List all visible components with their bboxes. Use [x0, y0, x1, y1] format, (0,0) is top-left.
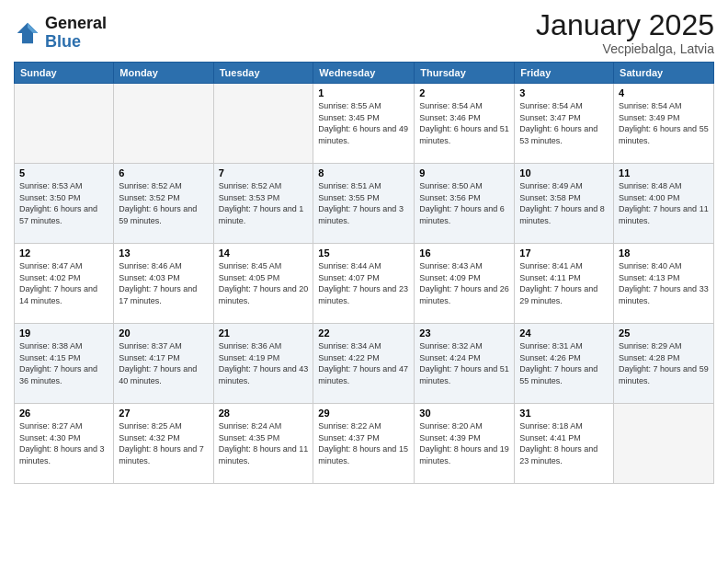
day-number: 13	[119, 247, 208, 259]
day-number: 26	[19, 408, 108, 419]
day-info: Sunrise: 8:52 AM Sunset: 3:53 PM Dayligh…	[219, 180, 309, 226]
calendar: Sunday Monday Tuesday Wednesday Thursday…	[14, 62, 714, 484]
day-number: 31	[519, 408, 609, 419]
day-info: Sunrise: 8:48 AM Sunset: 4:00 PM Dayligh…	[619, 180, 709, 226]
col-wednesday: Wednesday	[313, 63, 415, 84]
calendar-cell: 18Sunrise: 8:40 AM Sunset: 4:13 PM Dayli…	[614, 244, 714, 324]
calendar-cell: 9Sunrise: 8:50 AM Sunset: 3:56 PM Daylig…	[415, 164, 515, 244]
day-number: 7	[219, 167, 309, 178]
calendar-cell: 30Sunrise: 8:20 AM Sunset: 4:39 PM Dayli…	[415, 404, 515, 484]
day-info: Sunrise: 8:44 AM Sunset: 4:07 PM Dayligh…	[318, 260, 409, 306]
day-info: Sunrise: 8:34 AM Sunset: 4:22 PM Dayligh…	[318, 340, 409, 386]
col-friday: Friday	[515, 63, 614, 84]
header-row: Sunday Monday Tuesday Wednesday Thursday…	[15, 63, 714, 84]
day-number: 24	[519, 327, 609, 339]
day-number: 16	[419, 247, 509, 259]
calendar-body: 1Sunrise: 8:55 AM Sunset: 3:45 PM Daylig…	[15, 84, 714, 484]
day-info: Sunrise: 8:38 AM Sunset: 4:15 PM Dayligh…	[19, 340, 108, 386]
day-number: 28	[219, 408, 309, 419]
day-number: 10	[519, 167, 609, 178]
day-number: 30	[419, 408, 509, 419]
day-number: 19	[19, 327, 108, 339]
day-number: 12	[19, 247, 108, 259]
day-info: Sunrise: 8:53 AM Sunset: 3:50 PM Dayligh…	[19, 180, 108, 226]
calendar-cell: 24Sunrise: 8:31 AM Sunset: 4:26 PM Dayli…	[515, 324, 614, 404]
day-info: Sunrise: 8:25 AM Sunset: 4:32 PM Dayligh…	[119, 420, 208, 466]
col-sunday: Sunday	[15, 63, 114, 84]
calendar-cell	[614, 404, 714, 484]
day-number: 23	[419, 327, 509, 339]
calendar-cell: 6Sunrise: 8:52 AM Sunset: 3:52 PM Daylig…	[114, 164, 213, 244]
calendar-cell: 27Sunrise: 8:25 AM Sunset: 4:32 PM Dayli…	[114, 404, 213, 484]
calendar-week-4: 19Sunrise: 8:38 AM Sunset: 4:15 PM Dayli…	[15, 324, 714, 404]
day-number: 3	[519, 87, 609, 98]
day-info: Sunrise: 8:51 AM Sunset: 3:55 PM Dayligh…	[318, 180, 409, 226]
calendar-cell: 8Sunrise: 8:51 AM Sunset: 3:55 PM Daylig…	[313, 164, 415, 244]
day-info: Sunrise: 8:29 AM Sunset: 4:28 PM Dayligh…	[619, 340, 709, 386]
day-number: 9	[419, 167, 509, 178]
col-thursday: Thursday	[415, 63, 515, 84]
month-title: January 2025	[536, 9, 714, 41]
day-info: Sunrise: 8:18 AM Sunset: 4:41 PM Dayligh…	[519, 420, 609, 466]
calendar-cell: 22Sunrise: 8:34 AM Sunset: 4:22 PM Dayli…	[313, 324, 415, 404]
day-info: Sunrise: 8:55 AM Sunset: 3:45 PM Dayligh…	[318, 100, 409, 146]
calendar-week-2: 5Sunrise: 8:53 AM Sunset: 3:50 PM Daylig…	[15, 164, 714, 244]
day-info: Sunrise: 8:24 AM Sunset: 4:35 PM Dayligh…	[219, 420, 309, 466]
day-number: 21	[219, 327, 309, 339]
day-number: 17	[519, 247, 609, 259]
calendar-week-1: 1Sunrise: 8:55 AM Sunset: 3:45 PM Daylig…	[15, 84, 714, 164]
calendar-cell	[213, 84, 313, 164]
calendar-cell: 3Sunrise: 8:54 AM Sunset: 3:47 PM Daylig…	[515, 84, 614, 164]
day-number: 5	[19, 167, 108, 178]
day-number: 22	[318, 327, 409, 339]
calendar-cell	[114, 84, 213, 164]
day-number: 15	[318, 247, 409, 259]
day-info: Sunrise: 8:54 AM Sunset: 3:47 PM Dayligh…	[519, 100, 609, 146]
day-number: 29	[318, 408, 409, 419]
calendar-cell: 19Sunrise: 8:38 AM Sunset: 4:15 PM Dayli…	[15, 324, 114, 404]
logo-general: General	[45, 15, 107, 33]
day-info: Sunrise: 8:31 AM Sunset: 4:26 PM Dayligh…	[519, 340, 609, 386]
day-info: Sunrise: 8:20 AM Sunset: 4:39 PM Dayligh…	[419, 420, 509, 466]
col-tuesday: Tuesday	[213, 63, 313, 84]
calendar-cell: 12Sunrise: 8:47 AM Sunset: 4:02 PM Dayli…	[15, 244, 114, 324]
calendar-cell: 5Sunrise: 8:53 AM Sunset: 3:50 PM Daylig…	[15, 164, 114, 244]
day-info: Sunrise: 8:50 AM Sunset: 3:56 PM Dayligh…	[419, 180, 509, 226]
header: General Blue January 2025 Vecpiebalga, L…	[14, 9, 714, 56]
calendar-cell: 10Sunrise: 8:49 AM Sunset: 3:58 PM Dayli…	[515, 164, 614, 244]
day-info: Sunrise: 8:41 AM Sunset: 4:11 PM Dayligh…	[519, 260, 609, 306]
calendar-cell: 1Sunrise: 8:55 AM Sunset: 3:45 PM Daylig…	[313, 84, 415, 164]
logo-blue: Blue	[45, 33, 107, 52]
day-number: 1	[318, 87, 409, 98]
day-info: Sunrise: 8:54 AM Sunset: 3:46 PM Dayligh…	[419, 100, 509, 146]
calendar-cell: 28Sunrise: 8:24 AM Sunset: 4:35 PM Dayli…	[213, 404, 313, 484]
day-number: 6	[119, 167, 208, 178]
calendar-cell: 29Sunrise: 8:22 AM Sunset: 4:37 PM Dayli…	[313, 404, 415, 484]
day-info: Sunrise: 8:52 AM Sunset: 3:52 PM Dayligh…	[119, 180, 208, 226]
calendar-header: Sunday Monday Tuesday Wednesday Thursday…	[15, 63, 714, 84]
logo-icon	[14, 19, 41, 47]
calendar-cell: 16Sunrise: 8:43 AM Sunset: 4:09 PM Dayli…	[415, 244, 515, 324]
day-info: Sunrise: 8:45 AM Sunset: 4:05 PM Dayligh…	[219, 260, 309, 306]
calendar-cell: 11Sunrise: 8:48 AM Sunset: 4:00 PM Dayli…	[614, 164, 714, 244]
logo-text: General Blue	[45, 15, 107, 52]
calendar-cell: 20Sunrise: 8:37 AM Sunset: 4:17 PM Dayli…	[114, 324, 213, 404]
day-info: Sunrise: 8:32 AM Sunset: 4:24 PM Dayligh…	[419, 340, 509, 386]
calendar-cell: 7Sunrise: 8:52 AM Sunset: 3:53 PM Daylig…	[213, 164, 313, 244]
logo: General Blue	[14, 15, 107, 52]
day-info: Sunrise: 8:47 AM Sunset: 4:02 PM Dayligh…	[19, 260, 108, 306]
calendar-cell: 2Sunrise: 8:54 AM Sunset: 3:46 PM Daylig…	[415, 84, 515, 164]
col-monday: Monday	[114, 63, 213, 84]
day-info: Sunrise: 8:37 AM Sunset: 4:17 PM Dayligh…	[119, 340, 208, 386]
day-number: 18	[619, 247, 709, 259]
calendar-week-5: 26Sunrise: 8:27 AM Sunset: 4:30 PM Dayli…	[15, 404, 714, 484]
day-info: Sunrise: 8:43 AM Sunset: 4:09 PM Dayligh…	[419, 260, 509, 306]
col-saturday: Saturday	[614, 63, 714, 84]
day-info: Sunrise: 8:22 AM Sunset: 4:37 PM Dayligh…	[318, 420, 409, 466]
day-number: 4	[619, 87, 709, 98]
day-info: Sunrise: 8:36 AM Sunset: 4:19 PM Dayligh…	[219, 340, 309, 386]
calendar-cell: 13Sunrise: 8:46 AM Sunset: 4:03 PM Dayli…	[114, 244, 213, 324]
day-number: 25	[619, 327, 709, 339]
calendar-cell: 26Sunrise: 8:27 AM Sunset: 4:30 PM Dayli…	[15, 404, 114, 484]
day-info: Sunrise: 8:54 AM Sunset: 3:49 PM Dayligh…	[619, 100, 709, 146]
